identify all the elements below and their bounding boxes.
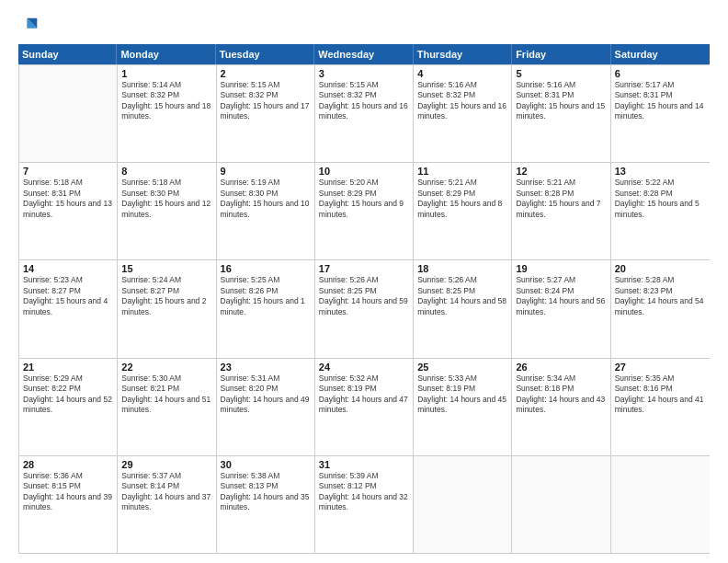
cell-info: Sunrise: 5:39 AM Sunset: 8:12 PM Dayligh… [319,471,409,513]
day-number: 25 [417,362,507,373]
day-number: 24 [319,362,409,373]
cell-info: Sunrise: 5:21 AM Sunset: 8:29 PM Dayligh… [417,178,507,220]
calendar-row-1: 7Sunrise: 5:18 AM Sunset: 8:31 PM Daylig… [19,162,710,259]
calendar-cell: 12Sunrise: 5:21 AM Sunset: 8:28 PM Dayli… [512,163,610,259]
calendar-cell: 13Sunrise: 5:22 AM Sunset: 8:28 PM Dayli… [611,163,710,259]
cell-info: Sunrise: 5:25 AM Sunset: 8:26 PM Dayligh… [221,275,311,317]
calendar-cell: 26Sunrise: 5:34 AM Sunset: 8:18 PM Dayli… [512,359,610,455]
cell-info: Sunrise: 5:32 AM Sunset: 8:19 PM Dayligh… [319,373,409,416]
day-number: 9 [221,166,311,177]
cell-info: Sunrise: 5:30 AM Sunset: 8:21 PM Dayligh… [121,373,211,416]
day-number: 29 [121,459,211,470]
day-number: 17 [319,263,409,274]
calendar-cell: 22Sunrise: 5:30 AM Sunset: 8:21 PM Dayli… [118,359,216,455]
calendar-cell: 14Sunrise: 5:23 AM Sunset: 8:27 PM Dayli… [19,260,118,357]
day-number: 19 [516,263,606,274]
cell-info: Sunrise: 5:14 AM Sunset: 8:32 PM Dayligh… [121,80,211,122]
calendar-cell: 7Sunrise: 5:18 AM Sunset: 8:31 PM Daylig… [19,163,118,259]
calendar-cell: 2Sunrise: 5:15 AM Sunset: 8:32 PM Daylig… [217,65,315,162]
calendar-cell: 5Sunrise: 5:16 AM Sunset: 8:31 PM Daylig… [512,65,610,162]
cell-info: Sunrise: 5:16 AM Sunset: 8:31 PM Dayligh… [516,80,606,122]
cell-info: Sunrise: 5:27 AM Sunset: 8:24 PM Dayligh… [516,275,606,317]
day-number: 27 [615,362,706,373]
day-number: 20 [615,263,706,274]
cell-info: Sunrise: 5:33 AM Sunset: 8:19 PM Dayligh… [417,373,507,416]
logo-icon [20,15,40,35]
day-number: 3 [319,68,409,79]
cell-info: Sunrise: 5:15 AM Sunset: 8:32 PM Dayligh… [319,80,409,122]
calendar-cell: 30Sunrise: 5:38 AM Sunset: 8:13 PM Dayli… [217,456,315,553]
calendar-row-0: 1Sunrise: 5:14 AM Sunset: 8:32 PM Daylig… [19,64,710,162]
logo [18,15,40,35]
calendar-row-4: 28Sunrise: 5:36 AM Sunset: 8:15 PM Dayli… [19,455,710,553]
calendar-cell [414,456,512,553]
cell-info: Sunrise: 5:34 AM Sunset: 8:18 PM Dayligh… [516,373,606,416]
calendar-cell: 25Sunrise: 5:33 AM Sunset: 8:19 PM Dayli… [414,359,512,455]
day-number: 26 [516,362,606,373]
day-number: 13 [615,166,706,177]
calendar-cell: 11Sunrise: 5:21 AM Sunset: 8:29 PM Dayli… [414,163,512,259]
cell-info: Sunrise: 5:24 AM Sunset: 8:27 PM Dayligh… [121,275,211,317]
day-number: 10 [319,166,409,177]
header [18,15,710,35]
day-number: 22 [121,362,211,373]
header-day-thursday: Thursday [414,44,512,64]
cell-info: Sunrise: 5:26 AM Sunset: 8:25 PM Dayligh… [417,275,507,317]
calendar-cell: 4Sunrise: 5:16 AM Sunset: 8:32 PM Daylig… [414,65,512,162]
day-number: 1 [121,68,211,79]
calendar-cell: 27Sunrise: 5:35 AM Sunset: 8:16 PM Dayli… [611,359,710,455]
cell-info: Sunrise: 5:37 AM Sunset: 8:14 PM Dayligh… [121,471,211,513]
cell-info: Sunrise: 5:36 AM Sunset: 8:15 PM Dayligh… [23,471,113,513]
day-number: 4 [417,68,507,79]
cell-info: Sunrise: 5:22 AM Sunset: 8:28 PM Dayligh… [615,178,706,220]
cell-info: Sunrise: 5:18 AM Sunset: 8:30 PM Dayligh… [121,178,211,220]
calendar-cell: 10Sunrise: 5:20 AM Sunset: 8:29 PM Dayli… [315,163,414,259]
cell-info: Sunrise: 5:31 AM Sunset: 8:20 PM Dayligh… [221,373,311,416]
calendar-cell: 18Sunrise: 5:26 AM Sunset: 8:25 PM Dayli… [414,260,512,357]
cell-info: Sunrise: 5:20 AM Sunset: 8:29 PM Dayligh… [319,178,409,220]
calendar-cell: 21Sunrise: 5:29 AM Sunset: 8:22 PM Dayli… [19,359,118,455]
calendar-cell: 15Sunrise: 5:24 AM Sunset: 8:27 PM Dayli… [118,260,216,357]
day-number: 5 [516,68,606,79]
day-number: 8 [121,166,211,177]
day-number: 12 [516,166,606,177]
cell-info: Sunrise: 5:38 AM Sunset: 8:13 PM Dayligh… [221,471,311,513]
cell-info: Sunrise: 5:21 AM Sunset: 8:28 PM Dayligh… [516,178,606,220]
calendar-cell: 6Sunrise: 5:17 AM Sunset: 8:31 PM Daylig… [611,65,710,162]
day-number: 28 [23,459,113,470]
calendar-cell: 28Sunrise: 5:36 AM Sunset: 8:15 PM Dayli… [19,456,118,553]
header-day-sunday: Sunday [18,44,117,64]
calendar-cell: 29Sunrise: 5:37 AM Sunset: 8:14 PM Dayli… [118,456,216,553]
cell-info: Sunrise: 5:35 AM Sunset: 8:16 PM Dayligh… [615,373,706,416]
calendar-header: SundayMondayTuesdayWednesdayThursdayFrid… [18,44,710,64]
calendar-cell: 8Sunrise: 5:18 AM Sunset: 8:30 PM Daylig… [118,163,216,259]
cell-info: Sunrise: 5:18 AM Sunset: 8:31 PM Dayligh… [23,178,113,220]
cell-info: Sunrise: 5:28 AM Sunset: 8:23 PM Dayligh… [615,275,706,317]
calendar-cell: 20Sunrise: 5:28 AM Sunset: 8:23 PM Dayli… [611,260,710,357]
calendar-cell [611,456,710,553]
header-day-tuesday: Tuesday [216,44,314,64]
calendar-cell: 9Sunrise: 5:19 AM Sunset: 8:30 PM Daylig… [217,163,315,259]
header-day-saturday: Saturday [611,44,710,64]
calendar-cell [19,65,118,162]
cell-info: Sunrise: 5:15 AM Sunset: 8:32 PM Dayligh… [221,80,311,122]
day-number: 18 [417,263,507,274]
calendar-cell: 23Sunrise: 5:31 AM Sunset: 8:20 PM Dayli… [217,359,315,455]
calendar-row-3: 21Sunrise: 5:29 AM Sunset: 8:22 PM Dayli… [19,358,710,455]
calendar-cell [512,456,610,553]
calendar-cell: 31Sunrise: 5:39 AM Sunset: 8:12 PM Dayli… [315,456,414,553]
day-number: 30 [221,459,311,470]
day-number: 21 [23,362,113,373]
calendar-cell: 19Sunrise: 5:27 AM Sunset: 8:24 PM Dayli… [512,260,610,357]
cell-info: Sunrise: 5:29 AM Sunset: 8:22 PM Dayligh… [23,373,113,416]
header-day-friday: Friday [512,44,610,64]
calendar-body: 1Sunrise: 5:14 AM Sunset: 8:32 PM Daylig… [18,64,710,554]
header-day-monday: Monday [117,44,215,64]
calendar-cell: 17Sunrise: 5:26 AM Sunset: 8:25 PM Dayli… [315,260,414,357]
calendar-cell: 24Sunrise: 5:32 AM Sunset: 8:19 PM Dayli… [315,359,414,455]
cell-info: Sunrise: 5:17 AM Sunset: 8:31 PM Dayligh… [615,80,706,122]
calendar-cell: 3Sunrise: 5:15 AM Sunset: 8:32 PM Daylig… [315,65,414,162]
calendar-cell: 16Sunrise: 5:25 AM Sunset: 8:26 PM Dayli… [217,260,315,357]
day-number: 14 [23,263,113,274]
calendar: SundayMondayTuesdayWednesdayThursdayFrid… [18,44,710,554]
